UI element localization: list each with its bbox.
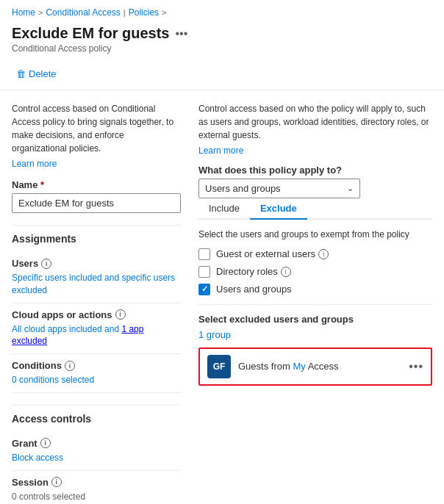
session-info-icon[interactable]: i — [51, 477, 62, 487]
page-subtitle: Conditional Access policy — [0, 43, 444, 61]
left-learn-more[interactable]: Learn more — [12, 159, 57, 169]
group-name: Guests from My Access — [238, 361, 401, 372]
grant-title: Grant i — [12, 438, 181, 449]
cloud-apps-detail: All cloud apps included and 1 app exclud… — [12, 323, 181, 348]
conditions-section: Conditions i 0 conditions selected — [12, 354, 181, 393]
checkmark-icon: ✓ — [201, 284, 208, 294]
left-desc: Control access based on Conditional Acce… — [12, 102, 181, 155]
trash-icon: 🗑 — [16, 68, 26, 79]
tab-exclude[interactable]: Exclude — [250, 198, 307, 220]
more-options-icon[interactable]: ••• — [176, 27, 188, 40]
page-title-row: Exclude EM for guests ••• — [0, 22, 444, 43]
access-controls-label: Access controls — [12, 405, 181, 425]
required-star: * — [37, 179, 44, 190]
checkbox-row-guest: Guest or external users i — [198, 248, 432, 260]
conditions-detail[interactable]: 0 conditions selected — [12, 374, 181, 386]
grant-section: Grant i Block access — [12, 432, 181, 471]
breadcrumb: Home > Conditional Access | Policies > — [0, 0, 444, 22]
users-detail[interactable]: Specific users included and specific use… — [12, 272, 181, 297]
cloud-apps-info-icon[interactable]: i — [115, 309, 126, 320]
checkbox-users-groups[interactable]: ✓ — [198, 284, 210, 295]
name-input[interactable] — [12, 193, 181, 213]
excluded-section-label: Select excluded users and groups — [198, 314, 432, 325]
breadcrumb-conditional-access[interactable]: Conditional Access — [46, 7, 120, 18]
users-info-icon[interactable]: i — [41, 259, 51, 269]
directory-info-icon[interactable]: i — [281, 267, 291, 277]
right-learn-more[interactable]: Learn more — [198, 145, 243, 156]
session-section: Session i 0 controls selected — [12, 471, 181, 504]
policy-applies-label: What does this policy apply to? — [198, 165, 432, 176]
checkbox-users-groups-label: Users and groups — [216, 284, 292, 295]
breadcrumb-sep-3: > — [162, 8, 166, 17]
policy-dropdown[interactable]: Users and groups ⌄ — [198, 179, 360, 198]
grant-detail[interactable]: Block access — [12, 452, 181, 464]
name-label: Name * — [12, 179, 181, 190]
group-name-highlight: My — [293, 361, 305, 372]
divider — [198, 304, 432, 305]
group-avatar: GF — [207, 355, 231, 378]
toolbar: 🗑 Delete — [0, 61, 444, 90]
chevron-down-icon: ⌄ — [347, 184, 354, 193]
group-name-suffix: Access — [306, 361, 339, 372]
group-name-prefix: Guests from — [238, 361, 293, 372]
left-panel: Control access based on Conditional Acce… — [12, 102, 181, 504]
breadcrumb-sep-2: | — [123, 8, 126, 17]
delete-label: Delete — [29, 68, 57, 79]
checkbox-row-users-groups: ✓ Users and groups — [198, 284, 432, 295]
users-section: Users i Specific users included and spec… — [12, 252, 181, 303]
right-desc: Control access based on who the policy w… — [198, 102, 432, 142]
main-content: Control access based on Conditional Acce… — [0, 90, 444, 504]
conditions-title: Conditions i — [12, 360, 181, 371]
grant-info-icon[interactable]: i — [40, 438, 51, 448]
right-panel: Control access based on who the policy w… — [198, 102, 432, 504]
assignments-label: Assignments — [12, 225, 181, 245]
breadcrumb-home[interactable]: Home — [12, 7, 35, 18]
cloud-apps-section: Cloud apps or actions i All cloud apps i… — [12, 303, 181, 355]
guest-info-icon[interactable]: i — [318, 249, 329, 259]
dropdown-value: Users and groups — [205, 183, 281, 194]
breadcrumb-policies[interactable]: Policies — [129, 7, 159, 18]
checkbox-guest[interactable] — [198, 248, 210, 260]
breadcrumb-sep-1: > — [38, 8, 43, 17]
cloud-apps-title: Cloud apps or actions i — [12, 309, 181, 320]
cloud-apps-detail-text: All cloud apps included and — [12, 324, 121, 334]
checkbox-row-directory: Directory roles i — [198, 266, 432, 278]
session-title: Session i — [12, 477, 181, 488]
checkbox-guest-label: Guest or external users i — [216, 248, 329, 259]
group-count[interactable]: 1 group — [198, 329, 432, 340]
group-more-options-icon[interactable]: ••• — [409, 360, 423, 373]
select-label: Select the users and groups to exempt fr… — [198, 228, 432, 241]
users-title: Users i — [12, 258, 181, 269]
checkbox-directory[interactable] — [198, 266, 210, 278]
tabs-row: Include Exclude — [198, 198, 432, 220]
session-detail[interactable]: 0 controls selected — [12, 491, 181, 503]
tab-include[interactable]: Include — [198, 198, 250, 220]
group-item[interactable]: GF Guests from My Access ••• — [198, 348, 432, 386]
checkbox-directory-label: Directory roles i — [216, 266, 291, 277]
page-title: Exclude EM for guests — [12, 25, 170, 42]
delete-button[interactable]: 🗑 Delete — [12, 65, 61, 82]
conditions-info-icon[interactable]: i — [65, 361, 75, 371]
